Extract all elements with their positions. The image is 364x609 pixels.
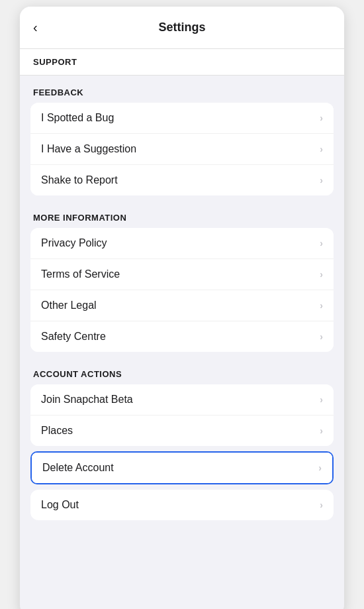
chevron-icon-delete: › [318,463,322,473]
chevron-icon-tos: › [320,269,323,280]
list-item-safety-label: Safety Centre [41,331,106,343]
list-item-beta[interactable]: Join Snapchat Beta › [30,384,334,415]
chevron-icon-safety: › [320,331,323,342]
header: ‹ Settings [20,7,344,49]
list-item-legal[interactable]: Other Legal › [30,290,334,321]
more-info-card: Privacy Policy › Terms of Service › Othe… [30,228,334,352]
content: FEEDBACK I Spotted a Bug › I Have a Sugg… [20,76,344,520]
list-item-tos-label: Terms of Service [41,268,120,280]
logout-card: Log Out › [30,490,334,520]
list-item-legal-label: Other Legal [41,300,97,311]
delete-account-highlighted-container: Delete Account › [30,451,334,484]
list-item-privacy[interactable]: Privacy Policy › [30,228,334,259]
list-item-tos[interactable]: Terms of Service › [30,259,334,290]
feedback-section: FEEDBACK I Spotted a Bug › I Have a Sugg… [20,76,344,195]
chevron-icon-shake: › [320,175,323,186]
account-actions-section: ACCOUNT ACTIONS Join Snapchat Beta › Pla… [20,357,344,520]
page-title: Settings [158,21,205,34]
back-button[interactable]: ‹ [33,17,43,38]
list-item-beta-label: Join Snapchat Beta [41,394,133,406]
list-item-places-label: Places [41,425,73,437]
list-item-bug[interactable]: I Spotted a Bug › [30,103,334,134]
account-actions-section-header: ACCOUNT ACTIONS [20,357,344,384]
list-item-delete-label: Delete Account [42,462,114,474]
chevron-icon-places: › [320,425,323,436]
list-item-bug-label: I Spotted a Bug [41,112,114,124]
more-info-section-header: MORE INFORMATION [20,201,344,228]
chevron-icon-legal: › [320,300,323,311]
account-actions-card: Join Snapchat Beta › Places › [30,384,334,446]
list-item-safety[interactable]: Safety Centre › [30,321,334,352]
more-info-section: MORE INFORMATION Privacy Policy › Terms … [20,201,344,352]
chevron-icon-logout: › [320,500,323,510]
list-item-suggestion[interactable]: I Have a Suggestion › [30,134,334,165]
list-item-delete[interactable]: Delete Account › [32,453,332,483]
support-section-label: SUPPORT [20,49,344,76]
chevron-icon-bug: › [320,113,323,123]
feedback-section-header: FEEDBACK [20,76,344,103]
chevron-icon-suggestion: › [320,144,323,154]
list-item-places[interactable]: Places › [30,415,334,446]
list-item-shake[interactable]: Shake to Report › [30,165,334,195]
feedback-card: I Spotted a Bug › I Have a Suggestion › … [30,103,334,195]
chevron-icon-privacy: › [320,238,323,249]
phone-container: ‹ Settings SUPPORT FEEDBACK I Spotted a … [20,7,344,609]
chevron-icon-beta: › [320,394,323,405]
list-item-logout-label: Log Out [41,499,79,511]
list-item-logout[interactable]: Log Out › [30,490,334,520]
list-item-suggestion-label: I Have a Suggestion [41,143,136,155]
list-item-privacy-label: Privacy Policy [41,237,107,249]
list-item-shake-label: Shake to Report [41,174,118,186]
